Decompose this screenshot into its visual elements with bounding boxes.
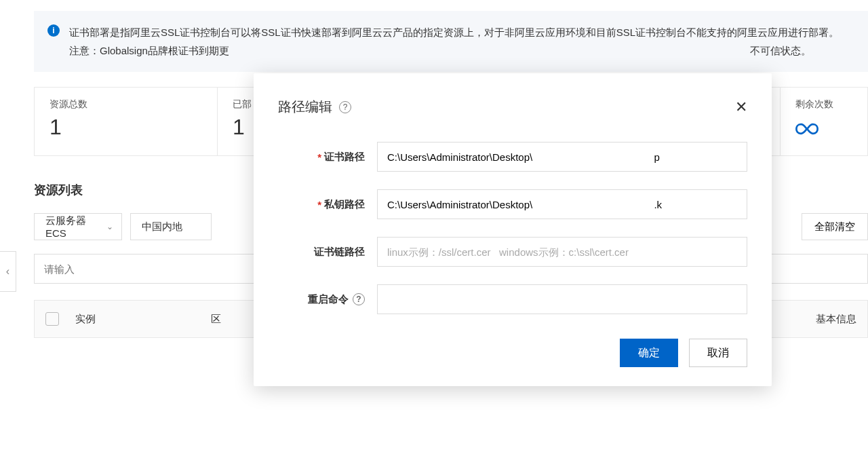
path-edit-modal: 路径编辑 ? ✕ *证书路径 *私钥路径 证书链路径 重启命令 ? 确定 取消 — [254, 73, 772, 386]
cert-path-input[interactable] — [377, 142, 747, 172]
cert-path-label: *证书路径 — [278, 151, 365, 164]
chain-path-input[interactable] — [377, 237, 747, 267]
help-icon[interactable]: ? — [339, 101, 351, 113]
restart-cmd-input[interactable] — [377, 284, 747, 314]
close-icon[interactable]: ✕ — [735, 100, 747, 115]
confirm-button[interactable]: 确定 — [620, 339, 678, 367]
chain-path-label: 证书链路径 — [278, 246, 365, 259]
restart-cmd-label: 重启命令 ? — [278, 293, 365, 306]
key-path-input[interactable] — [377, 189, 747, 219]
cancel-button[interactable]: 取消 — [689, 339, 747, 367]
modal-title: 路径编辑 — [278, 98, 332, 116]
help-icon[interactable]: ? — [353, 293, 365, 305]
key-path-label: *私钥路径 — [278, 198, 365, 211]
